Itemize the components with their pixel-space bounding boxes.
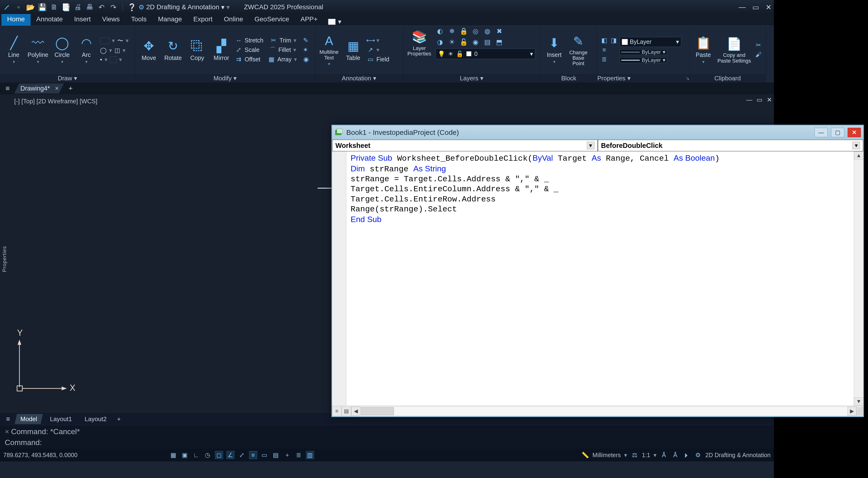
color-dropdown[interactable]: ByLayer▾ bbox=[620, 37, 681, 47]
layeroff-icon[interactable]: ◐ bbox=[436, 27, 444, 35]
lineweight-dropdown[interactable]: ByLayer▾ bbox=[620, 57, 667, 63]
plot-icon[interactable]: 📑 bbox=[62, 3, 70, 11]
bylayer-icon[interactable]: ≣ bbox=[601, 56, 608, 63]
chevron-down-icon[interactable]: ▾ bbox=[480, 75, 483, 82]
tab-annotate[interactable]: Annotate bbox=[31, 14, 68, 26]
properties-panel-tab[interactable]: Properties bbox=[1, 246, 8, 272]
save-icon[interactable]: 💾 bbox=[38, 3, 46, 11]
osnap-toggle-icon[interactable]: ◻ bbox=[215, 451, 223, 459]
dyn-toggle-icon[interactable]: ⤢ bbox=[238, 451, 246, 459]
workspace-selector[interactable]: ⚙ 2D Drafting & Annotation ▾ ▾ bbox=[138, 3, 230, 11]
layerunlock-icon[interactable]: 🔓 bbox=[459, 38, 468, 46]
print-icon[interactable]: 🖨 bbox=[73, 3, 82, 11]
app-logo-icon[interactable]: ⟋ bbox=[2, 3, 11, 11]
laywalk-icon[interactable]: ▤ bbox=[483, 38, 492, 46]
tab-geoservice[interactable]: GeoService bbox=[249, 14, 294, 26]
paste-button[interactable]: 📋Paste▾ bbox=[693, 35, 713, 64]
scroll-up-icon[interactable]: ▲ bbox=[854, 152, 863, 159]
layout-tab-model[interactable]: Model bbox=[15, 414, 43, 424]
close-tab-icon[interactable]: × bbox=[55, 85, 59, 92]
qp-toggle-icon[interactable]: ▤ bbox=[272, 451, 280, 459]
otrack-toggle-icon[interactable]: ∠ bbox=[226, 451, 235, 459]
layerfreeze-icon[interactable]: ❄ bbox=[447, 27, 456, 35]
rect-icon[interactable] bbox=[100, 37, 110, 44]
spline-icon[interactable]: 〜 bbox=[117, 37, 123, 44]
field-button[interactable]: Field bbox=[376, 56, 389, 63]
scroll-right-icon[interactable]: ▶ bbox=[847, 407, 857, 416]
command-input[interactable] bbox=[44, 438, 769, 447]
ortho-toggle-icon[interactable]: ∟ bbox=[192, 451, 200, 459]
new-tab-button[interactable]: + bbox=[65, 84, 76, 92]
layerlock-icon[interactable]: 🔒 bbox=[459, 27, 468, 35]
layout-menu-icon[interactable]: ≡ bbox=[3, 415, 13, 423]
layerunisolate-icon[interactable]: ◉ bbox=[471, 38, 480, 46]
laymerge-icon[interactable]: ⬒ bbox=[495, 38, 503, 46]
redo-icon[interactable]: ↷ bbox=[109, 3, 118, 11]
tab-online[interactable]: Online bbox=[218, 14, 249, 26]
scroll-thumb[interactable] bbox=[361, 407, 394, 415]
matchprops-icon[interactable]: 🖌 bbox=[755, 51, 762, 58]
region-icon[interactable] bbox=[110, 56, 117, 63]
code-content[interactable]: Private Sub Worksheet_BeforeDoubleClick(… bbox=[346, 152, 854, 406]
laymatch-icon[interactable]: ◍ bbox=[483, 27, 492, 35]
linetype-dropdown[interactable]: ByLayer▾ bbox=[620, 49, 667, 55]
tab-home[interactable]: Home bbox=[1, 14, 31, 26]
scale-label[interactable]: 1:1 bbox=[642, 452, 650, 458]
scroll-left-icon[interactable]: ◀ bbox=[351, 407, 360, 416]
layout-tab-layout1[interactable]: Layout1 bbox=[44, 414, 78, 424]
laydel-icon[interactable]: ✖ bbox=[495, 27, 503, 35]
fillet-button[interactable]: Fillet bbox=[279, 46, 291, 53]
arc-button[interactable]: ◠ Arc ▾ bbox=[76, 35, 97, 64]
explode-icon[interactable]: ✶ bbox=[302, 46, 309, 54]
match-icon[interactable]: ◉ bbox=[303, 56, 310, 63]
vertical-scrollbar[interactable]: ▲ ▼ bbox=[854, 152, 863, 406]
erase-icon[interactable]: ✎ bbox=[302, 37, 309, 44]
new-layout-button[interactable]: + bbox=[114, 415, 124, 423]
chevron-down-icon[interactable]: ▾ bbox=[627, 75, 630, 82]
polyline-button[interactable]: 〰 Polyline ▾ bbox=[28, 35, 49, 64]
new-icon[interactable]: ▫ bbox=[14, 3, 23, 11]
mirror-button[interactable]: ▞Mirror bbox=[211, 38, 232, 61]
help-icon[interactable]: ❔ bbox=[127, 3, 136, 11]
copyset-button[interactable]: 📄Copy and Paste Settings bbox=[717, 36, 752, 63]
hatch-icon[interactable]: ◫ bbox=[115, 47, 120, 54]
print-preview-icon[interactable]: 🖶 bbox=[85, 3, 94, 11]
undo-icon[interactable]: ↶ bbox=[97, 3, 106, 11]
annovisible-icon[interactable]: Å bbox=[671, 451, 679, 459]
gear-icon[interactable]: ⚙ bbox=[694, 451, 702, 459]
list-icon[interactable]: ≡ bbox=[601, 46, 608, 54]
annoscale-icon[interactable]: Å bbox=[660, 451, 668, 459]
saveas-icon[interactable]: 🗎 bbox=[50, 3, 58, 11]
object-dropdown[interactable]: Worksheet ▾ bbox=[332, 139, 598, 152]
hwaccel-icon[interactable]: ⏵ bbox=[683, 451, 691, 459]
sc-toggle-icon[interactable]: + bbox=[283, 451, 291, 459]
layerprops-button[interactable]: 📚 Layer Properties bbox=[406, 29, 432, 56]
insert-button[interactable]: ⬇Insert▾ bbox=[544, 35, 565, 64]
maximize-button[interactable]: ▭ bbox=[752, 3, 759, 11]
layerthaw-icon[interactable]: ☀ bbox=[447, 38, 456, 46]
mtext-button[interactable]: AMultiline Text▾ bbox=[318, 33, 339, 66]
tab-manage[interactable]: Manage bbox=[152, 14, 187, 26]
units-label[interactable]: Millimeters bbox=[593, 452, 621, 458]
layer-dropdown[interactable]: 💡 ☀ 🔓 0 ▾ bbox=[436, 49, 535, 59]
cycle-toggle-icon[interactable]: ≣ bbox=[294, 451, 303, 459]
matchprop-icon[interactable]: ◧ bbox=[601, 37, 608, 44]
point-icon[interactable]: • bbox=[100, 56, 102, 63]
model-toggle-icon[interactable]: ▭ bbox=[260, 451, 269, 459]
stretch-button[interactable]: Stretch bbox=[245, 37, 264, 44]
code-editor[interactable]: Private Sub Worksheet_BeforeDoubleClick(… bbox=[332, 152, 863, 406]
tab-export[interactable]: Export bbox=[188, 14, 218, 26]
full-view-icon[interactable]: ▤ bbox=[342, 407, 351, 416]
scale-icon[interactable]: ⚖ bbox=[630, 451, 639, 459]
panel-restore-icon[interactable]: ▭ bbox=[756, 96, 763, 103]
maximize-button[interactable]: ▢ bbox=[831, 128, 844, 137]
move-button[interactable]: ✥Move bbox=[138, 38, 159, 61]
color-swatch[interactable] bbox=[328, 19, 336, 25]
rotate-button[interactable]: ↻Rotate bbox=[163, 38, 183, 61]
chevron-down-icon[interactable]: ▾ bbox=[74, 75, 77, 82]
scale-button[interactable]: Scale bbox=[245, 46, 259, 53]
tab-tools[interactable]: Tools bbox=[125, 14, 152, 26]
units-icon[interactable]: 📏 bbox=[581, 451, 589, 459]
tablist-menu-icon[interactable]: ≡ bbox=[2, 84, 13, 92]
leader-icon[interactable]: ↗ bbox=[367, 46, 374, 54]
